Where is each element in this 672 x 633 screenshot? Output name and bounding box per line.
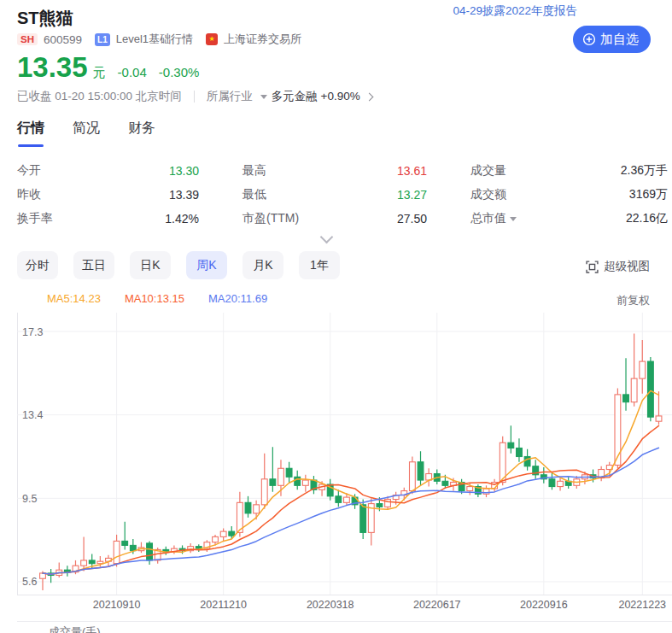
stat-turnover-amount: 成交额 3169万 — [470, 183, 668, 207]
ma10-value: MA10:13.15 — [125, 292, 184, 305]
current-price: 13.35 — [17, 51, 88, 84]
kline-chart[interactable]: 17.313.49.55.620210910202112102022031820… — [0, 313, 672, 617]
price-change-pct: -0.30% — [159, 65, 200, 79]
level-label: Level1基础行情 — [116, 32, 193, 47]
price-adjust-mode[interactable]: 前复权 — [616, 293, 650, 308]
announcement-link[interactable]: 04-29披露2022年度报告 — [453, 3, 577, 19]
ma-legend: MA5:14.23 MA10:13.15 MA20:11.69 — [47, 292, 267, 305]
plus-circle-icon — [582, 32, 596, 46]
tab-label: 简况 — [73, 120, 100, 135]
svg-text:13.4: 13.4 — [22, 409, 43, 421]
svg-text:17.3: 17.3 — [22, 326, 43, 338]
super-view-label: 超级视图 — [604, 259, 650, 274]
stat-pe-ttm: 市盈(TTM) 27.50 — [243, 207, 427, 231]
period-tab-monthly[interactable]: 月K — [243, 251, 283, 279]
svg-text:20221223: 20221223 — [618, 599, 666, 611]
industry-label: 所属行业 — [207, 89, 253, 104]
stat-low: 最低 13.27 — [243, 183, 427, 207]
add-watchlist-button[interactable]: 加自选 — [573, 26, 651, 53]
volume-pane-divider — [17, 621, 672, 622]
stat-open: 今开 13.30 — [17, 159, 199, 183]
level-badge: L1 — [95, 33, 110, 46]
svg-text:20220916: 20220916 — [520, 599, 568, 611]
price-change: -0.04 — [118, 65, 147, 79]
main-tabs: 行情 简况 财务 — [17, 120, 155, 147]
badge-row: SH 600599 L1 Level1基础行情 ★ 上海证券交易所 — [17, 32, 301, 47]
caret-down-icon — [510, 217, 517, 221]
stat-high: 最高 13.61 — [243, 159, 427, 183]
active-tab-underline — [18, 144, 44, 147]
collapse-stats-chevron[interactable] — [320, 231, 334, 244]
svg-text:20220318: 20220318 — [307, 599, 354, 611]
exchange-label: 上海证券交易所 — [224, 32, 301, 47]
stat-volume: 成交量 2.36万手 — [470, 159, 668, 183]
period-tab-5day[interactable]: 五日 — [73, 251, 114, 279]
period-tab-weekly[interactable]: 周K — [186, 251, 227, 279]
stats-grid: 今开 13.30 最高 13.61 成交量 2.36万手 昨收 13.39 最低… — [17, 159, 668, 231]
status-row: 已收盘 01-20 15:00:00 北京时间 所属行业 多元金融 +0.90% — [17, 89, 372, 104]
fullscreen-frame-icon — [586, 261, 599, 273]
china-flag-icon: ★ — [206, 33, 218, 45]
period-tab-1year[interactable]: 1年 — [299, 251, 340, 279]
period-tabs: 分时 五日 日K 周K 月K 1年 — [17, 251, 340, 279]
chevron-right-icon — [365, 92, 373, 101]
stock-code: 600599 — [44, 33, 82, 46]
ma20-value: MA20:11.69 — [208, 292, 267, 305]
add-watchlist-label: 加自选 — [600, 32, 639, 48]
ma5-value: MA5:14.23 — [47, 292, 101, 305]
market-badge: SH — [17, 33, 38, 45]
stat-prev-close: 昨收 13.39 — [17, 183, 199, 207]
tab-financials[interactable]: 财务 — [128, 120, 155, 147]
period-tab-daily[interactable]: 日K — [130, 251, 171, 279]
svg-text:20211210: 20211210 — [200, 599, 247, 611]
tab-profile[interactable]: 简况 — [73, 120, 100, 147]
volume-pane-label: 成交量(手) — [49, 624, 101, 633]
stat-turnover-rate: 换手率 1.42% — [17, 207, 199, 231]
industry-value: 多元金融 +0.90% — [272, 89, 360, 104]
price-unit: 元 — [93, 65, 106, 81]
super-view-button[interactable]: 超级视图 — [586, 259, 650, 274]
tab-quote[interactable]: 行情 — [17, 120, 44, 147]
stock-title: ST熊猫 — [17, 7, 73, 30]
svg-text:5.6: 5.6 — [22, 576, 37, 588]
industry-link[interactable]: 所属行业 多元金融 +0.90% — [207, 89, 372, 104]
tab-label: 行情 — [17, 120, 44, 135]
market-status: 已收盘 01-20 15:00:00 北京时间 — [17, 89, 182, 104]
caret-down-icon — [260, 95, 267, 99]
stock-quote-page: ST熊猫 04-29披露2022年度报告 SH 600599 L1 Level1… — [0, 0, 672, 633]
divider — [194, 91, 195, 103]
chart-area: 17.313.49.55.620210910202112102022031820… — [0, 313, 672, 617]
svg-text:20220617: 20220617 — [413, 599, 461, 611]
svg-text:20210910: 20210910 — [93, 599, 141, 611]
period-tab-minute[interactable]: 分时 — [17, 251, 58, 279]
quote-block: 13.35 元 -0.04 -0.30% — [17, 51, 199, 84]
tab-label: 财务 — [128, 120, 155, 135]
svg-text:9.5: 9.5 — [22, 493, 37, 505]
stat-market-cap[interactable]: 总市值 22.16亿 — [470, 207, 668, 231]
